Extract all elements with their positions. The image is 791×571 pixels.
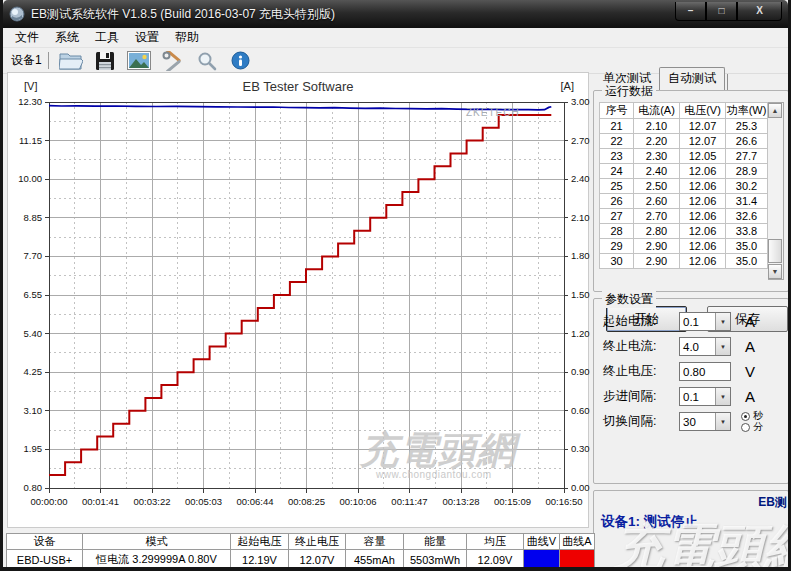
svg-text:00:01:41: 00:01:41	[82, 496, 119, 507]
svg-text:00:16:50: 00:16:50	[546, 496, 583, 507]
save-icon[interactable]	[91, 50, 119, 72]
zketech-watermark: ZKETECH	[466, 107, 520, 118]
tab-auto-test[interactable]: 自动测试	[659, 67, 725, 90]
results-header: 设备	[7, 534, 83, 550]
menu-bar: 文件系统工具设置帮助	[3, 28, 788, 48]
interval-unit-radios: 秒分	[741, 411, 763, 432]
minimize-button[interactable]: –	[675, 2, 706, 21]
run-data-row[interactable]: 292.9012.0635.0	[600, 239, 768, 254]
zoom-icon[interactable]	[193, 50, 221, 72]
param-value: 30	[680, 416, 715, 428]
svg-text:00:08:25: 00:08:25	[288, 496, 325, 507]
run-data-row[interactable]: 212.1012.0725.3	[600, 119, 768, 134]
menu-item-3[interactable]: 设置	[127, 27, 167, 48]
param-row-3: 步进间隔:0.1▼A	[594, 384, 788, 409]
param-row-2: 终止电压:0.80V	[594, 359, 788, 384]
close-button[interactable]: X	[737, 2, 782, 21]
results-table: 设备模式起始电压终止电压容量能量均压曲线V曲线AEBD-USB+恒电流 3.29…	[6, 533, 595, 571]
param-label: 终止电流:	[603, 338, 679, 355]
menu-item-1[interactable]: 系统	[47, 27, 87, 48]
results-header: 终止电压	[289, 534, 346, 550]
param-unit: A	[745, 388, 755, 405]
run-data-row[interactable]: 262.6012.0631.4	[600, 194, 768, 209]
radio-option[interactable]: 秒	[741, 411, 763, 421]
radio-icon[interactable]	[741, 412, 750, 421]
svg-text:00:10:06: 00:10:06	[340, 496, 377, 507]
param-label: 终止电压:	[603, 363, 679, 380]
svg-text:1.50: 1.50	[571, 289, 590, 300]
param-label: 起始电流:	[603, 313, 679, 330]
run-data-row[interactable]: 282.8012.0633.8	[600, 224, 768, 239]
menu-item-2[interactable]: 工具	[87, 27, 127, 48]
run-data-row[interactable]: 272.7012.0632.6	[600, 209, 768, 224]
param-row-4: 切换间隔:30▼秒分	[594, 409, 788, 434]
param-combo[interactable]: 0.1▼	[679, 387, 731, 406]
scroll-down-icon[interactable]: ▼	[768, 264, 782, 279]
tab-strip-edge	[727, 74, 728, 90]
curve-v-swatch	[524, 550, 560, 570]
svg-text:1.80: 1.80	[571, 250, 590, 261]
svg-text:11.15: 11.15	[19, 135, 42, 146]
chevron-down-icon[interactable]: ▼	[715, 313, 730, 330]
scroll-up-icon[interactable]: ▲	[768, 103, 782, 118]
param-value: 4.0	[680, 341, 715, 353]
param-input[interactable]: 0.80	[679, 362, 731, 381]
svg-text:0.80: 0.80	[24, 482, 43, 493]
param-label: 步进间隔:	[603, 388, 679, 405]
chevron-down-icon[interactable]: ▼	[715, 413, 730, 430]
title-bar[interactable]: EB测试系统软件 V1.8.5 (Build 2016-03-07 充电头特别版…	[3, 0, 788, 28]
run-data-row[interactable]: 302.9012.0635.0	[600, 254, 768, 269]
info-icon[interactable]	[227, 50, 255, 72]
run-data-row[interactable]: 222.2012.0726.6	[600, 134, 768, 149]
tools-icon[interactable]	[159, 50, 187, 72]
radio-option[interactable]: 分	[741, 422, 763, 432]
param-unit: V	[745, 363, 755, 380]
params-group: 参数设置 起始电流:0.1▼A终止电流:4.0▼A终止电压:0.80V步进间隔:…	[593, 298, 789, 484]
results-row[interactable]: EBD-USB+恒电流 3.299999A 0.80V12.19V12.07V4…	[7, 550, 595, 570]
svg-text:0.00: 0.00	[571, 482, 590, 493]
window-title: EB测试系统软件 V1.8.5 (Build 2016-03-07 充电头特别版…	[31, 6, 335, 23]
results-header: 曲线A	[560, 534, 595, 550]
chevron-down-icon[interactable]: ▼	[715, 338, 730, 355]
param-value: 0.1	[680, 391, 715, 403]
run-data-row[interactable]: 232.3012.0527.7	[600, 149, 768, 164]
svg-text:0.30: 0.30	[571, 443, 590, 454]
svg-text:00:15:09: 00:15:09	[494, 496, 531, 507]
param-rows: 起始电流:0.1▼A终止电流:4.0▼A终止电压:0.80V步进间隔:0.1▼A…	[594, 309, 788, 434]
svg-text:00:13:28: 00:13:28	[443, 496, 480, 507]
results-header: 能量	[404, 534, 467, 550]
toolbar-separator	[48, 52, 49, 69]
menu-item-0[interactable]: 文件	[7, 27, 47, 48]
device-tab-label[interactable]: 设备1	[11, 52, 42, 69]
radio-icon[interactable]	[741, 423, 750, 432]
image-icon[interactable]	[125, 50, 153, 72]
param-combo[interactable]: 4.0▼	[679, 337, 731, 356]
run-data-scrollbar[interactable]: ▲ ▼	[768, 102, 784, 280]
param-combo[interactable]: 30▼	[679, 412, 731, 431]
svg-text:8.85: 8.85	[24, 212, 43, 223]
svg-text:3.10: 3.10	[24, 405, 43, 416]
device-status-text: 设备1: 测试停止	[601, 513, 698, 531]
svg-text:00:00:00: 00:00:00	[31, 496, 68, 507]
scrollbar-thumb[interactable]	[768, 239, 782, 263]
open-folder-icon[interactable]	[57, 50, 85, 72]
chevron-down-icon[interactable]: ▼	[715, 388, 730, 405]
svg-text:0.60: 0.60	[571, 405, 590, 416]
param-value: 0.80	[680, 366, 730, 378]
menu-item-4[interactable]: 帮助	[167, 27, 207, 48]
run-data-row[interactable]: 252.5012.0630.2	[600, 179, 768, 194]
results-header: 模式	[83, 534, 231, 550]
app-icon	[9, 6, 25, 22]
run-data-header: 电压(V)	[680, 103, 726, 119]
param-combo[interactable]: 0.1▼	[679, 312, 731, 331]
status-marquee: EB测	[758, 494, 787, 511]
results-header: 起始电压	[231, 534, 289, 550]
run-data-header: 功率(W)	[726, 103, 768, 119]
svg-text:00:03:22: 00:03:22	[134, 496, 171, 507]
run-data-table: 序号电流(A)电压(V)功率(W)212.1012.0725.3222.2012…	[599, 102, 768, 269]
param-label: 切换间隔:	[603, 413, 679, 430]
svg-text:3.00: 3.00	[571, 96, 590, 107]
run-data-row[interactable]: 242.4012.0628.9	[600, 164, 768, 179]
chart-url-watermark: www.chongdiantou.com	[376, 469, 492, 480]
maximize-button[interactable]: □	[706, 2, 737, 21]
